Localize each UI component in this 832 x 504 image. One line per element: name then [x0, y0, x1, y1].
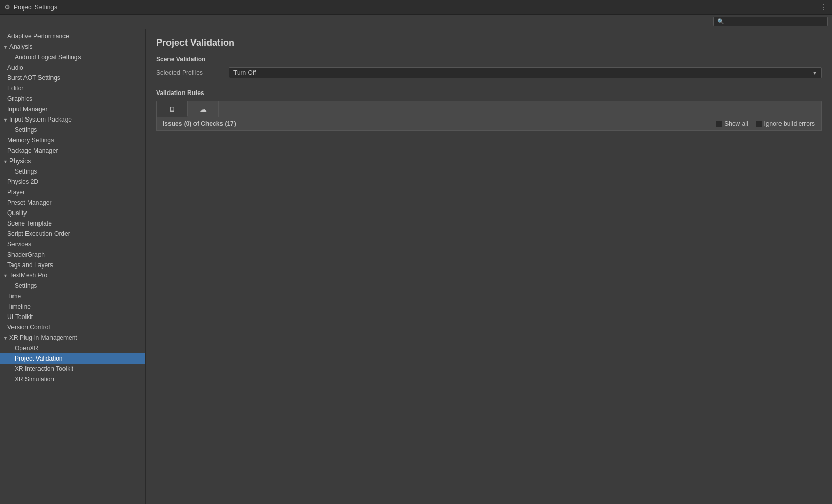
- sidebar-item-project-validation[interactable]: Project Validation: [0, 353, 145, 364]
- icon-tabs-bar: 🖥 ☁: [156, 101, 822, 117]
- sidebar-item-timeline[interactable]: Timeline: [0, 301, 145, 312]
- sidebar-item-label: Services: [7, 241, 31, 248]
- selected-profiles-row: Selected Profiles Turn Off Option 1 Opti…: [156, 67, 822, 78]
- sidebar-item-label: Scene Template: [7, 220, 52, 227]
- search-wrap: 🔍: [713, 17, 828, 26]
- menu-dots-button[interactable]: ⋮: [819, 2, 828, 12]
- issues-bar: Issues (0) of Checks (17) Show all Ignor…: [156, 117, 822, 131]
- ignore-build-errors-label: Ignore build errors: [764, 120, 815, 127]
- sidebar-item-ui-toolkit[interactable]: UI Toolkit: [0, 312, 145, 322]
- sidebar-item-label: Physics 2D: [7, 178, 38, 185]
- sidebar-item-physics-settings[interactable]: Settings: [0, 166, 145, 177]
- selected-profiles-label: Selected Profiles: [156, 69, 229, 76]
- sidebar-item-label: Burst AOT Settings: [7, 74, 60, 82]
- sidebar-item-label: XR Interaction Toolkit: [15, 365, 73, 373]
- sidebar-item-label: Tags and Layers: [7, 261, 53, 269]
- sidebar-item-label: Memory Settings: [7, 137, 54, 144]
- sidebar-item-label: Android Logcat Settings: [15, 54, 81, 61]
- sidebar-item-input-system-settings[interactable]: Settings: [0, 125, 145, 135]
- monitor-icon: 🖥: [168, 105, 176, 113]
- sidebar-item-label: Settings: [15, 126, 37, 134]
- main-layout: Adaptive Performance▼ AnalysisAndroid Lo…: [0, 29, 832, 504]
- sidebar-item-analysis[interactable]: ▼ Analysis: [0, 42, 145, 52]
- sidebar-item-label: ShaderGraph: [7, 251, 45, 258]
- search-bar-row: 🔍: [0, 15, 832, 29]
- sidebar-item-physics[interactable]: ▼ Physics: [0, 156, 145, 166]
- sidebar-item-xr-simulation[interactable]: XR Simulation: [0, 374, 145, 384]
- sidebar-item-editor[interactable]: Editor: [0, 83, 145, 94]
- sidebar-item-adaptive-performance[interactable]: Adaptive Performance: [0, 31, 145, 42]
- sidebar-item-label: Project Validation: [15, 355, 63, 362]
- sidebar-item-time[interactable]: Time: [0, 291, 145, 301]
- sidebar-item-android-logcat-settings[interactable]: Android Logcat Settings: [0, 52, 145, 62]
- sidebar-item-tags-and-layers[interactable]: Tags and Layers: [0, 260, 145, 270]
- sidebar-item-preset-manager[interactable]: Preset Manager: [0, 197, 145, 208]
- sidebar-item-textmesh-pro[interactable]: ▼ TextMesh Pro: [0, 270, 145, 281]
- show-all-label: Show all: [724, 120, 748, 127]
- sidebar-item-label: TextMesh Pro: [9, 272, 47, 279]
- sidebar-item-quality[interactable]: Quality: [0, 208, 145, 218]
- sidebar-item-xr-plug-in-management[interactable]: ▼ XR Plug-in Management: [0, 333, 145, 343]
- sidebar-item-label: XR Simulation: [15, 376, 54, 383]
- content-panel: Project Validation Scene Validation Sele…: [146, 29, 832, 504]
- sidebar-item-memory-settings[interactable]: Memory Settings: [0, 135, 145, 145]
- search-input[interactable]: [726, 19, 824, 25]
- sidebar-item-label: UI Toolkit: [7, 313, 33, 321]
- sidebar-item-graphics[interactable]: Graphics: [0, 94, 145, 104]
- sidebar-item-label: Time: [7, 293, 21, 300]
- sidebar-item-label: Quality: [7, 209, 27, 217]
- sidebar-item-label: Version Control: [7, 324, 50, 331]
- title-bar-text: Project Settings: [14, 4, 57, 11]
- sidebar-item-services[interactable]: Services: [0, 239, 145, 249]
- sidebar-item-label: Audio: [7, 64, 23, 71]
- sidebar-item-label: Editor: [7, 85, 23, 92]
- selected-profiles-select-wrap[interactable]: Turn Off Option 1 Option 2 ▼: [229, 67, 822, 78]
- sidebar-item-shadergraph[interactable]: ShaderGraph: [0, 249, 145, 260]
- issues-controls: Show all Ignore build errors: [716, 120, 815, 127]
- sidebar-item-label: Preset Manager: [7, 199, 51, 206]
- sidebar-item-label: Adaptive Performance: [7, 33, 69, 40]
- sidebar-item-label: Settings: [15, 168, 37, 175]
- tab-cloud[interactable]: ☁: [188, 101, 219, 117]
- show-all-checkbox-row[interactable]: Show all: [716, 120, 748, 127]
- sidebar-item-input-system-package[interactable]: ▼ Input System Package: [0, 114, 145, 125]
- sidebar-item-label: Settings: [15, 282, 37, 289]
- sidebar-item-package-manager[interactable]: Package Manager: [0, 145, 145, 156]
- sidebar-item-label: Player: [7, 189, 25, 196]
- sidebar-item-xr-interaction-toolkit[interactable]: XR Interaction Toolkit: [0, 364, 145, 374]
- sidebar-item-input-manager[interactable]: Input Manager: [0, 104, 145, 114]
- sidebar-item-audio[interactable]: Audio: [0, 62, 145, 73]
- tab-monitor[interactable]: 🖥: [157, 101, 188, 117]
- scene-validation-label: Scene Validation: [156, 56, 822, 63]
- cloud-icon: ☁: [200, 105, 207, 113]
- sidebar-item-label: Input Manager: [7, 105, 47, 113]
- ignore-build-errors-checkbox[interactable]: [756, 121, 762, 127]
- ignore-build-errors-checkbox-row[interactable]: Ignore build errors: [756, 120, 815, 127]
- sidebar-item-physics-2d[interactable]: Physics 2D: [0, 177, 145, 187]
- sidebar-item-player[interactable]: Player: [0, 187, 145, 197]
- sidebar-item-version-control[interactable]: Version Control: [0, 322, 145, 333]
- sidebar-item-label: Script Execution Order: [7, 230, 70, 237]
- sidebar: Adaptive Performance▼ AnalysisAndroid Lo…: [0, 29, 146, 504]
- gear-icon: ⚙: [4, 3, 10, 11]
- selected-profiles-select[interactable]: Turn Off Option 1 Option 2: [229, 67, 822, 78]
- sidebar-item-label: Input System Package: [9, 116, 72, 123]
- sidebar-item-label: Physics: [9, 157, 31, 165]
- title-bar: ⚙ Project Settings ⋮: [0, 0, 832, 15]
- sidebar-item-label: XR Plug-in Management: [9, 334, 77, 341]
- issues-label: Issues (0) of Checks (17): [163, 120, 236, 127]
- validation-rules-label: Validation Rules: [156, 89, 822, 97]
- divider: [156, 84, 822, 84]
- sidebar-item-script-execution-order[interactable]: Script Execution Order: [0, 229, 145, 239]
- sidebar-item-label: OpenXR: [15, 344, 38, 352]
- sidebar-item-label: Analysis: [9, 43, 33, 50]
- show-all-checkbox[interactable]: [716, 121, 722, 127]
- sidebar-item-scene-template[interactable]: Scene Template: [0, 218, 145, 229]
- search-icon: 🔍: [717, 18, 724, 25]
- sidebar-item-openxr[interactable]: OpenXR: [0, 343, 145, 353]
- sidebar-item-label: Package Manager: [7, 147, 58, 154]
- sidebar-item-textmesh-settings[interactable]: Settings: [0, 281, 145, 291]
- sidebar-item-label: Graphics: [7, 95, 32, 102]
- panel-title: Project Validation: [156, 37, 822, 48]
- sidebar-item-burst-aot-settings[interactable]: Burst AOT Settings: [0, 73, 145, 83]
